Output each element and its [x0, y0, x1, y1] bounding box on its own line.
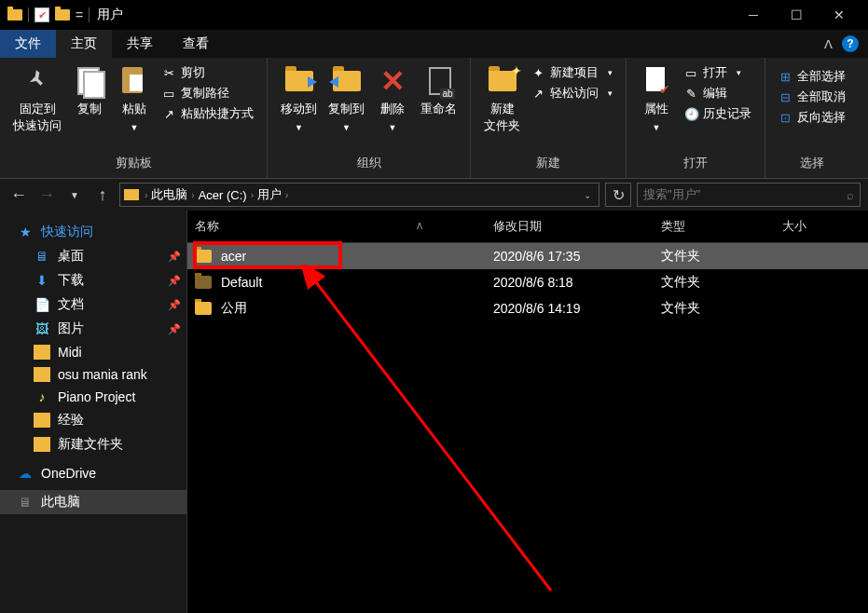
paste-icon	[118, 65, 150, 97]
cloud-icon: ☁	[17, 466, 34, 481]
history-button[interactable]: 🕘历史记录	[682, 104, 753, 123]
paste-shortcut-button[interactable]: ↗粘贴快捷方式	[160, 104, 255, 123]
column-type[interactable]: 类型	[654, 214, 775, 238]
sidebar-item[interactable]: 📄文档📌	[0, 293, 186, 317]
recent-locations-button[interactable]: ▼	[63, 190, 86, 200]
sidebar-item[interactable]: ⬇下载📌	[0, 268, 186, 293]
window-title: 用户	[97, 7, 123, 23]
pc-icon: 🖥	[17, 495, 34, 510]
fld-icon	[34, 413, 50, 428]
navigation-bar: ← → ▼ ↑ › 此电脑 › Acer (C:) › 用户 › ⌄ ↻ 搜索"…	[0, 179, 868, 211]
sidebar-item-label: osu mania rank	[58, 367, 147, 382]
ribbon-group-select: ⊞全部选择 ⊟全部取消 ⊡反向选择 选择	[765, 58, 859, 178]
pin-icon	[21, 65, 53, 97]
tab-share[interactable]: 共享	[112, 30, 168, 58]
collapse-ribbon-icon[interactable]: ᐱ	[824, 37, 833, 51]
sidebar-item[interactable]: 新建文件夹	[0, 432, 186, 456]
music-icon: ♪	[34, 389, 50, 404]
group-label: 组织	[357, 152, 381, 174]
download-icon: ⬇	[34, 273, 50, 288]
address-dropdown-icon[interactable]: ⌄	[584, 190, 591, 200]
sidebar-quick-access[interactable]: ★ 快速访问	[0, 220, 186, 244]
properties-button[interactable]: 属性▼	[634, 61, 679, 152]
sidebar-onedrive[interactable]: ☁ OneDrive	[0, 462, 186, 484]
select-all-button[interactable]: ⊞全部选择	[777, 67, 847, 86]
column-name[interactable]: 名称ᐱ	[187, 214, 486, 238]
sidebar-item[interactable]: 经验	[0, 408, 186, 432]
tab-home[interactable]: 主页	[56, 30, 112, 58]
file-type: 文件夹	[661, 274, 782, 291]
fld-icon	[34, 367, 50, 382]
sidebar-this-pc[interactable]: 🖥 此电脑	[0, 490, 186, 514]
copy-path-button[interactable]: ▭复制路径	[160, 84, 255, 102]
open-button[interactable]: ▭打开▾	[682, 63, 753, 82]
column-size[interactable]: 大小	[775, 214, 868, 238]
pin-icon: 📌	[168, 251, 181, 263]
select-none-button[interactable]: ⊟全部取消	[777, 88, 847, 106]
sidebar-item[interactable]: osu mania rank	[0, 363, 186, 386]
file-name: 公用	[221, 300, 247, 317]
ribbon-group-open: 属性▼ ▭打开▾ ✎编辑 🕘历史记录 打开	[627, 58, 765, 178]
sidebar-item[interactable]: Midi	[0, 341, 186, 363]
column-date[interactable]: 修改日期	[486, 214, 654, 238]
file-date: 2020/8/6 14:19	[493, 301, 661, 316]
file-name: acer	[221, 249, 246, 264]
crumb-users[interactable]: 用户	[254, 186, 285, 203]
sidebar-item[interactable]: ♪Piano Project	[0, 386, 186, 408]
fld-icon	[34, 437, 50, 452]
pin-quickaccess-button[interactable]: 固定到 快速访问	[7, 61, 67, 152]
easy-access-button[interactable]: ↗轻松访问▾	[530, 84, 614, 102]
app-icon	[7, 9, 22, 20]
copy-button[interactable]: 复制	[67, 61, 112, 152]
tab-view[interactable]: 查看	[168, 30, 224, 58]
file-row[interactable]: 公用2020/8/6 14:19文件夹	[187, 295, 868, 321]
cut-button[interactable]: ✂剪切	[160, 63, 255, 82]
sort-indicator-icon: ᐱ	[417, 222, 422, 231]
ribbon-group-organize: 移动到▼ 复制到▼ ✕ 删除▼ 重命名 组织	[268, 58, 471, 178]
back-button[interactable]: ←	[7, 185, 30, 205]
forward-button[interactable]: →	[35, 185, 58, 205]
copy-to-icon	[331, 65, 363, 97]
address-bar[interactable]: › 此电脑 › Acer (C:) › 用户 › ⌄	[119, 183, 599, 207]
new-item-button[interactable]: ✦新建项目▾	[530, 63, 614, 82]
qat-folder-icon[interactable]	[55, 9, 70, 20]
sidebar-item[interactable]: 🖼图片📌	[0, 317, 186, 341]
new-folder-button[interactable]: 新建 文件夹	[478, 61, 526, 152]
file-date: 2020/8/6 8:18	[493, 275, 661, 290]
minimize-button[interactable]: ─	[732, 0, 775, 30]
search-input[interactable]: 搜索"用户" ⌕	[637, 183, 861, 207]
folder-icon	[124, 189, 139, 200]
sidebar-item-label: 文档	[58, 296, 84, 313]
qat-properties-icon[interactable]: ✔	[34, 7, 49, 22]
navigation-pane: ★ 快速访问 🖥桌面📌⬇下载📌📄文档📌🖼图片📌Midiosu mania ran…	[0, 211, 186, 613]
invert-selection-button[interactable]: ⊡反向选择	[777, 108, 847, 127]
move-icon	[283, 65, 315, 97]
maximize-button[interactable]: ☐	[775, 0, 818, 30]
rename-button[interactable]: 重命名	[415, 61, 462, 152]
tab-file[interactable]: 文件	[0, 30, 56, 58]
history-icon: 🕘	[684, 107, 697, 121]
copy-icon	[74, 65, 105, 97]
folder-icon	[195, 276, 212, 289]
help-icon[interactable]: ?	[842, 35, 859, 52]
select-all-icon: ⊞	[778, 70, 792, 84]
copy-to-button[interactable]: 复制到▼	[323, 61, 370, 152]
crumb-thispc[interactable]: 此电脑	[147, 186, 191, 203]
refresh-button[interactable]: ↻	[605, 183, 631, 207]
desktop-icon: 🖥	[34, 249, 50, 264]
close-button[interactable]: ✕	[818, 0, 861, 30]
group-label: 选择	[800, 152, 824, 174]
sidebar-item-label: 新建文件夹	[58, 436, 123, 453]
sidebar-item-label: 图片	[58, 320, 84, 337]
sidebar-item[interactable]: 🖥桌面📌	[0, 244, 186, 268]
edit-button[interactable]: ✎编辑	[682, 84, 753, 102]
file-row[interactable]: Default2020/8/6 8:18文件夹	[187, 269, 868, 295]
delete-button[interactable]: ✕ 删除▼	[370, 61, 415, 152]
move-to-button[interactable]: 移动到▼	[275, 61, 323, 152]
title-bar: ✔ = 用户 ─ ☐ ✕	[0, 0, 868, 30]
crumb-drive[interactable]: Acer (C:)	[195, 188, 251, 202]
file-list-pane: 名称ᐱ 修改日期 类型 大小 acer2020/8/6 17:35文件夹Defa…	[186, 211, 868, 613]
paste-button[interactable]: 粘贴 ▼	[112, 61, 157, 152]
up-button[interactable]: ↑	[91, 185, 114, 205]
file-row[interactable]: acer2020/8/6 17:35文件夹	[187, 243, 868, 269]
